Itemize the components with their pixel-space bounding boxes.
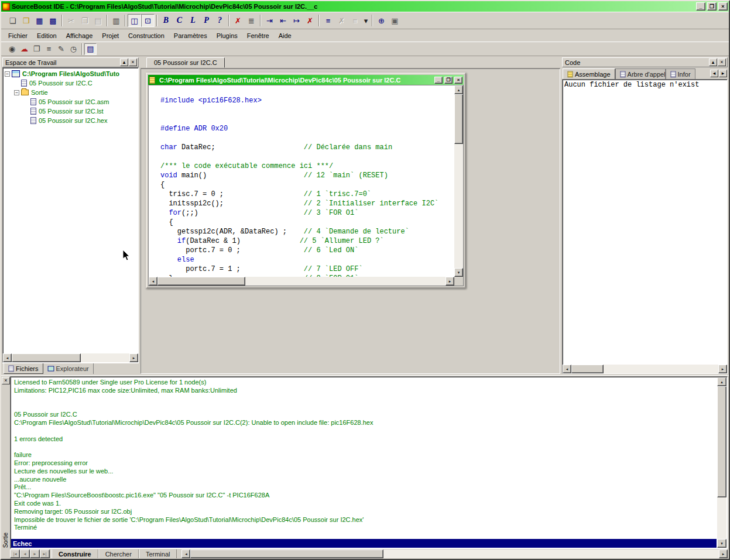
scroll-track[interactable] (12, 353, 129, 362)
listing-view[interactable]: Aucun fichier de listage n'exist ◂ ▸ (562, 79, 728, 374)
scroll-right-button[interactable]: ▸ (719, 549, 728, 558)
scroll-left-button[interactable]: ◂ (563, 365, 571, 373)
scroll-track[interactable] (571, 365, 718, 373)
tree-item-sortie[interactable]: −Sortie (3, 88, 138, 97)
log-vertical-scrollbar[interactable]: ▴ ▾ (717, 377, 726, 548)
scroll-track[interactable] (190, 549, 719, 558)
restore-button[interactable]: ❐ (707, 2, 717, 11)
listing-horizontal-scrollbar[interactable]: ◂ ▸ (563, 365, 727, 373)
scroll-right-button[interactable]: ▸ (129, 353, 138, 362)
copy-output-button[interactable]: ❐ (30, 43, 43, 55)
clear-bookmarks-button[interactable]: ✗ (303, 14, 317, 27)
print-button[interactable]: ▥ (109, 14, 123, 27)
code-text[interactable]: #include <pic16F628.hex> #define ADR 0x2… (149, 85, 454, 277)
tab-nav-last-button[interactable]: ▸| (40, 549, 50, 558)
menu-construction[interactable]: Construction (124, 30, 169, 41)
output-tab-terminal[interactable]: Terminal (139, 549, 177, 558)
error-list-button[interactable]: ≡ (321, 14, 335, 27)
edit-button[interactable]: ✎ (55, 43, 67, 55)
tree-item-c-program-files-algostud-tuto[interactable]: −C:\Program Files\AlgoStud\Tuto (3, 69, 138, 78)
scroll-thumb[interactable] (157, 277, 245, 286)
scroll-thumb[interactable] (12, 353, 81, 362)
tab-nav-next-button[interactable]: ▸ (30, 549, 40, 558)
tab-nav-first-button[interactable]: |◂ (10, 549, 20, 558)
scroll-down-button[interactable]: ▾ (717, 539, 726, 548)
compile-button[interactable]: C (173, 14, 186, 27)
tree-item-05-poussoir-sur-i2c-c[interactable]: 05 Poussoir sur I2C.C (3, 78, 138, 88)
next-bookmark-button[interactable]: ↦ (290, 14, 303, 27)
link-button[interactable]: L (186, 14, 200, 27)
document-tab[interactable]: 05 Poussoir sur I2C.C (146, 57, 225, 68)
scroll-right-button[interactable]: ▸ (718, 365, 727, 373)
output-view-button[interactable]: ⊡ (141, 14, 155, 27)
code-panel-close-button[interactable]: × (718, 59, 726, 66)
menu-fichier[interactable]: Fichier (4, 30, 32, 41)
menu-param-tres[interactable]: Paramètres (169, 30, 212, 41)
project-tree[interactable]: ◂ ▸ −C:\Program Files\AlgoStud\Tuto05 Po… (2, 67, 139, 363)
scroll-right-button[interactable]: ▸ (445, 277, 454, 286)
web-update-button[interactable]: ☁ (18, 43, 30, 55)
scroll-thumb[interactable] (190, 549, 383, 558)
clean-button[interactable]: ≣ (245, 14, 258, 27)
tree-expander[interactable]: − (14, 90, 19, 95)
output-close-button[interactable]: × (2, 377, 10, 384)
scroll-up-button[interactable]: ▴ (717, 377, 726, 386)
next-error-button[interactable]: ⇥ (263, 14, 276, 27)
tab-scroll-left-button[interactable]: ◂ (710, 70, 718, 77)
editor-restore-button[interactable]: ❐ (444, 77, 453, 84)
scroll-thumb[interactable] (571, 365, 604, 373)
workspace-tab-fichiers[interactable]: Fichiers (4, 363, 43, 374)
workspace-horizontal-scrollbar[interactable]: ◂ ▸ (3, 353, 138, 362)
code-tab-infor[interactable]: Infor (666, 68, 695, 79)
scroll-down-button[interactable]: ▾ (454, 268, 463, 277)
editor-child-window[interactable]: C:\Program Files\AlgoStud\Tutorial\Micro… (146, 73, 466, 288)
code-editor[interactable]: #include <pic16F628.hex> #define ADR 0x2… (148, 85, 464, 286)
tree-item-05-poussoir-sur-i2c-asm[interactable]: 05 Poussoir sur I2C.asm (3, 97, 138, 106)
code-tab-assemblage[interactable]: Assemblage (563, 68, 615, 79)
editor-minimize-button[interactable]: _ (434, 77, 443, 84)
titlebar[interactable]: SourceBoost IDE - C:\Program Files\AlgoS… (1, 1, 729, 12)
editor-close-button[interactable]: × (454, 77, 462, 84)
workspace-view-button[interactable]: ◫ (128, 14, 141, 27)
workspace-close-button[interactable]: × (129, 59, 137, 66)
code-panel-pin-button[interactable]: ▴ (709, 59, 717, 66)
scroll-track[interactable] (717, 386, 726, 539)
menu-affichage[interactable]: Affichage (61, 30, 98, 41)
scroll-up-button[interactable]: ▴ (454, 85, 463, 94)
tree-item-05-poussoir-sur-i2c-hex[interactable]: 05 Poussoir sur I2C.hex (3, 116, 138, 125)
new-file-button[interactable]: ❏ (6, 14, 19, 27)
tree-expander[interactable]: − (5, 71, 10, 77)
zoom-button[interactable]: ⊕ (375, 14, 388, 27)
history-button[interactable]: ◷ (67, 43, 80, 55)
menu-edition[interactable]: Edition (32, 30, 61, 41)
workspace-pin-button[interactable]: ▴ (120, 59, 128, 66)
save-all-button[interactable]: ▩ (46, 14, 60, 27)
menu-fen-tre[interactable]: Fenêtre (242, 30, 274, 41)
code-tab-arbre-d-appel[interactable]: Arbre d'appel (615, 68, 666, 79)
scroll-track[interactable] (454, 94, 463, 268)
scroll-left-button[interactable]: ◂ (3, 353, 12, 362)
tree-item-05-poussoir-sur-i2c-lst[interactable]: 05 Poussoir sur I2C.lst (3, 106, 138, 116)
output-tab-chercher[interactable]: Chercher (98, 549, 139, 558)
scroll-thumb[interactable] (717, 386, 726, 497)
menu-aide[interactable]: Aide (274, 30, 296, 41)
output-tab-construire[interactable]: Construire (52, 549, 98, 558)
menu-plugins[interactable]: Plugins (212, 30, 242, 41)
minimize-button[interactable]: _ (696, 2, 705, 11)
close-button[interactable]: × (718, 2, 728, 11)
scroll-left-button[interactable]: ◂ (181, 549, 190, 558)
tab-scroll-right-button[interactable]: ▸ (719, 70, 727, 77)
find-in-files-button[interactable]: ◉ (6, 43, 18, 55)
menu-projet[interactable]: Projet (97, 30, 124, 41)
prev-error-button[interactable]: ⇤ (276, 14, 290, 27)
help-button[interactable]: ? (213, 14, 227, 27)
scroll-thumb[interactable] (454, 94, 463, 144)
build-button[interactable]: B (159, 14, 173, 27)
open-file-button[interactable]: ❒ (19, 14, 33, 27)
editor-window-titlebar[interactable]: C:\Program Files\AlgoStud\Tutorial\Micro… (148, 75, 464, 85)
output-list-button[interactable]: ≡ (43, 43, 55, 55)
save-button[interactable]: ▦ (33, 14, 46, 27)
toolbar-dropdown-button[interactable]: ▾ (362, 14, 370, 27)
stop-build-button[interactable]: ✗ (231, 14, 245, 27)
output-horizontal-scrollbar[interactable]: ◂ ▸ (181, 549, 728, 558)
